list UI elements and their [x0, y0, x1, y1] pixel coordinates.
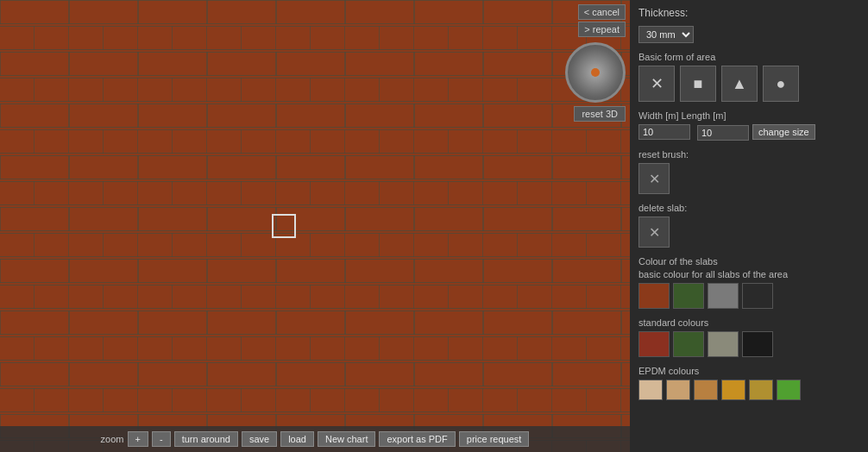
zoom-label: zoom — [101, 434, 124, 444]
canvas-area: < cancel > repeat reset 3D zoom + - turn… — [0, 0, 630, 452]
colour-section: Colour of the slabs basic colour for all… — [638, 256, 859, 309]
dimensions-label: Width [m] Length [m] — [638, 110, 859, 121]
basic-colour-swatch-2[interactable] — [708, 283, 739, 309]
basic-form-label: Basic form of area — [638, 52, 859, 62]
new-chart-button[interactable]: New chart — [318, 431, 376, 447]
basic-colour-label: basic colour for all slabs of the area — [638, 269, 859, 279]
basic-form-section: Basic form of area ✕ ■ ▲ ● — [638, 52, 859, 102]
standard-colours-section: standard colours — [638, 317, 859, 357]
change-size-button[interactable]: change size — [752, 124, 815, 140]
load-button[interactable]: load — [280, 431, 314, 447]
colour-label: Colour of the slabs — [638, 256, 859, 267]
epdm-colour-swatch-0[interactable] — [638, 380, 663, 400]
reset-brush-section: reset brush: ✕ — [638, 149, 859, 194]
zoom-in-button[interactable]: + — [128, 431, 148, 447]
width-input[interactable] — [638, 124, 690, 140]
thickness-select[interactable]: 30 mm 20 mm 40 mm 50 mm — [638, 26, 694, 43]
epdm-colour-swatch-4[interactable] — [749, 380, 773, 400]
export-pdf-button[interactable]: export as PDF — [379, 431, 455, 447]
epdm-colour-swatch-2[interactable] — [694, 380, 718, 400]
bottom-toolbar: zoom + - turn around save load New chart… — [0, 426, 630, 452]
epdm-colour-swatches — [638, 380, 859, 400]
standard-colour-swatches — [638, 331, 859, 357]
thickness-section: Thickness: 30 mm 20 mm 40 mm 50 mm — [638, 7, 859, 43]
standard-colour-swatch-2[interactable] — [708, 331, 739, 357]
shape-triangle-button[interactable]: ▲ — [721, 66, 758, 102]
length-input[interactable] — [697, 125, 749, 141]
epdm-colour-swatch-5[interactable] — [777, 380, 801, 400]
reset-brush-label: reset brush: — [638, 149, 859, 160]
delete-slab-label: delete slab: — [638, 203, 859, 213]
epdm-colour-swatch-3[interactable] — [721, 380, 745, 400]
brick-background — [0, 0, 630, 452]
thickness-label: Thickness: — [638, 7, 688, 19]
standard-colours-label: standard colours — [638, 317, 859, 328]
epdm-colours-label: EPDM colours — [638, 366, 859, 376]
reset-3d-button[interactable]: reset 3D — [574, 106, 626, 122]
turn-around-button[interactable]: turn around — [174, 431, 238, 447]
delete-slab-section: delete slab: ✕ — [638, 203, 859, 248]
save-button[interactable]: save — [242, 431, 277, 447]
shape-circle-button[interactable]: ● — [763, 66, 799, 102]
standard-colour-swatch-3[interactable] — [742, 331, 773, 357]
reset-brush-button[interactable]: ✕ — [638, 163, 670, 194]
shape-buttons: ✕ ■ ▲ ● — [638, 66, 859, 102]
basic-colour-swatch-3[interactable] — [742, 283, 773, 309]
zoom-out-button[interactable]: - — [152, 431, 171, 447]
standard-colour-swatch-1[interactable] — [673, 331, 704, 357]
repeat-button[interactable]: > repeat — [578, 22, 626, 37]
basic-colour-swatches — [638, 283, 859, 309]
top-right-controls: < cancel > repeat reset 3D — [565, 4, 626, 122]
shape-square-button[interactable]: ■ — [680, 66, 716, 102]
basic-colour-swatch-0[interactable] — [638, 283, 670, 309]
center-selection — [272, 214, 296, 238]
basic-colour-swatch-1[interactable] — [673, 283, 704, 309]
dimensions-section: Width [m] Length [m] change size — [638, 110, 859, 141]
epdm-colours-section: EPDM colours — [638, 366, 859, 400]
svg-rect-22 — [0, 0, 630, 452]
standard-colour-swatch-0[interactable] — [638, 331, 670, 357]
dial-dot — [591, 68, 600, 77]
delete-slab-button[interactable]: ✕ — [638, 217, 670, 248]
rotation-dial[interactable] — [565, 42, 626, 103]
right-panel: Thickness: 30 mm 20 mm 40 mm 50 mm Basic… — [630, 0, 868, 452]
shape-cross-button[interactable]: ✕ — [638, 66, 675, 102]
price-request-button[interactable]: price request — [459, 431, 530, 447]
epdm-colour-swatch-1[interactable] — [666, 380, 690, 400]
cancel-button[interactable]: < cancel — [578, 4, 626, 20]
